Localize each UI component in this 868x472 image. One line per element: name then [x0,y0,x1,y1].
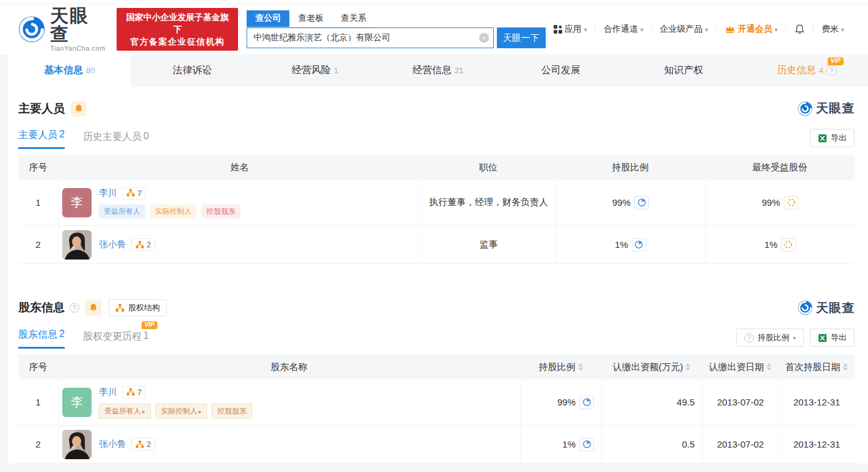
notification-bell[interactable] [786,24,813,35]
chevron-down-icon: ▾ [584,26,587,33]
company-nav-tabs: 基本信息80 法律诉讼 经营风险1 经营信息21 公司发展 知识产权 VIP 历… [8,54,868,87]
subscribe-bell-button[interactable] [71,101,87,117]
search-button[interactable]: 天眼一下 [497,27,546,48]
table-row: 2 张小鲁 2 监事 1% [18,226,855,264]
first-date-value: 2013-12-31 [778,426,855,463]
tab-basic-info[interactable]: 基本信息80 [8,54,131,87]
equity-graph-badge[interactable]: 7 [122,386,146,399]
avatar-photo[interactable] [62,230,92,260]
avatar[interactable]: 李 [62,388,92,417]
help-icon[interactable]: ? [826,66,836,76]
subtab-shareholder-info[interactable]: 股东信息2 [18,329,65,349]
col-ratio: 持股比例 [555,162,705,173]
header: 天眼查 TianYanCha.com 国家中小企业发展子基金旗下 官方备案企业征… [0,4,868,54]
search-tab-boss[interactable]: 查老板 [289,10,332,27]
tab-business-risk[interactable]: 经营风险1 [254,54,377,87]
ratio-filter-dropdown[interactable]: ? 持股比例 ▾ [736,329,804,347]
menu-enterprise-products[interactable]: 企业级产品 ▾ [652,24,716,35]
tianyancha-logo-icon [798,300,812,315]
tab-business-info[interactable]: 经营信息21 [377,54,499,87]
subtab-history-personnel[interactable]: 历史主要人员0 [83,131,149,149]
col-capital-sort[interactable]: 认缴出资额(万元) [601,361,702,373]
help-icon: ? [744,333,754,343]
sort-icon [685,363,690,371]
pie-chart-icon[interactable] [634,196,649,209]
row-index: 2 [18,426,58,463]
help-icon[interactable]: ? [70,303,79,313]
col-first-date-sort[interactable]: 首次持股日期 [778,361,855,373]
person-link[interactable]: 李川 [99,187,117,199]
clear-search-icon[interactable]: × [479,33,489,43]
col-shareholder-name: 股东名称 [58,361,520,373]
vip-badge: VIP [828,57,844,65]
subtab-equity-change-history[interactable]: VIP 股权变更历程1 [83,330,149,349]
col-index: 序号 [18,162,58,173]
menu-cooperation[interactable]: 合作通道 ▾ [596,24,651,35]
col-capital-date-sort[interactable]: 认缴出资日期 [702,361,778,373]
beneficiary-circle-icon[interactable] [784,196,798,209]
person-link[interactable]: 张小鲁 [99,438,126,450]
arrow-right-icon: ▸ [199,408,202,415]
org-chart-icon [115,303,125,313]
cert-line1: 国家中小企业发展子基金旗下 [122,11,233,36]
equity-graph-badge[interactable]: 2 [131,238,155,251]
table-row: 2 张小鲁 2 1% [18,426,855,463]
bottom-strip [0,463,868,472]
left-gutter [0,54,8,472]
subtab-current-personnel[interactable]: 主要人员2 [18,129,65,149]
tag-actual-controller[interactable]: 实际控制人▸ [156,404,208,419]
tag-controlling-shareholder[interactable]: 控股股东 [212,404,252,419]
tianyancha-logo[interactable]: 天眼查 TianYanCha.com [18,7,108,52]
search-input[interactable] [247,27,494,48]
equity-graph-badge[interactable]: 7 [122,187,146,200]
export-button[interactable]: 导出 [810,329,855,347]
section-title-shareholders: 股东信息 [18,300,65,316]
ratio-value: 99% [557,397,576,407]
table-row: 1 李 李川 7 受益所有人▸ 实际控制人▸ [18,379,855,426]
col-ratio-sort[interactable]: 持股比例 [520,361,601,373]
section-title-personnel: 主要人员 [18,101,65,117]
excel-icon [818,134,827,143]
tab-intellectual-property[interactable]: 知识产权 [622,54,745,87]
chevron-down-icon: ▾ [793,335,796,341]
ratio-value: 99% [612,197,631,208]
row-index: 1 [18,379,58,425]
final-benefit-value: 1% [764,239,778,250]
search-tab-company[interactable]: 查公司 [247,10,289,27]
shareholders-section: 股东信息 ? 股权结构 天眼查 股东信息2 VIP 股权变更历程1 [18,264,855,463]
arrow-right-icon: ▸ [142,408,145,415]
certification-badge: 国家中小企业发展子基金旗下 官方备案企业征信机构 [117,8,238,51]
tag-controlling-shareholder[interactable]: 控股股东 [201,205,241,219]
tab-legal-proceedings[interactable]: 法律诉讼 [131,54,253,87]
avatar[interactable]: 李 [62,188,92,217]
equity-structure-button[interactable]: 股权结构 [109,299,167,316]
subscribe-bell-button[interactable] [85,300,101,316]
shareholders-table: 序号 股东名称 持股比例 认缴出资额(万元) 认缴出资日期 首次持股日期 [18,355,855,463]
bell-icon [74,104,84,114]
avatar-photo[interactable] [62,430,92,459]
pie-chart-icon[interactable] [632,238,646,252]
menu-user-account[interactable]: 费米 ▾ [814,24,852,35]
tag-beneficial-owner[interactable]: 受益所有人 [99,205,145,219]
tag-actual-controller[interactable]: 实际控制人 [150,205,197,219]
equity-graph-badge[interactable]: 2 [131,438,155,451]
capital-date-value: 2013-07-02 [702,379,778,425]
table-row: 1 李 李川 7 受益所有人 实际控制人 [18,180,855,226]
beneficiary-circle-icon[interactable] [781,238,796,252]
sort-icon [843,363,848,371]
pie-chart-icon[interactable] [579,438,594,451]
sort-icon [578,363,583,371]
person-link[interactable]: 张小鲁 [99,239,126,250]
person-link[interactable]: 李川 [99,387,117,398]
tab-history-info[interactable]: VIP 历史信息4 ? [745,54,868,87]
capital-value: 0.5 [601,426,702,463]
menu-open-vip[interactable]: 开通会员 ▾ [717,24,786,35]
logo-text: 天眼查 [50,7,108,43]
row-index: 1 [18,180,58,225]
export-button[interactable]: 导出 [810,129,855,147]
search-tab-relation[interactable]: 查关系 [332,10,375,27]
menu-apps[interactable]: 应用 ▾ [546,24,595,35]
tag-beneficial-owner[interactable]: 受益所有人▸ [99,404,151,419]
tab-company-development[interactable]: 公司发展 [499,54,622,87]
pie-chart-icon[interactable] [579,396,594,409]
